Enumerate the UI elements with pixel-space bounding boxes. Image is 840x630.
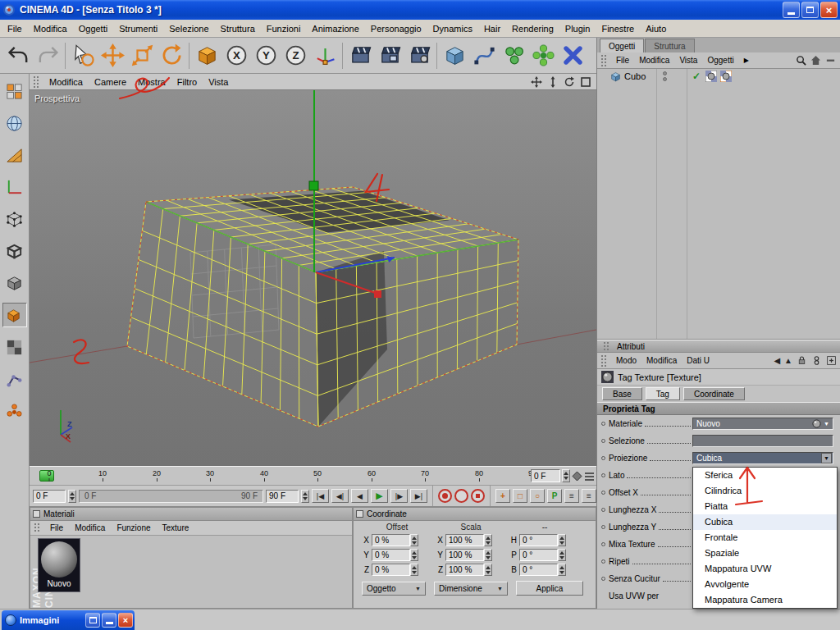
add-spline-icon[interactable] <box>469 40 499 71</box>
material-name[interactable]: Nuovo <box>39 579 80 588</box>
render-view-icon[interactable] <box>345 40 375 71</box>
lock-y-axis-icon[interactable]: Y <box>251 40 281 71</box>
timeline-options-icon[interactable] <box>584 471 595 482</box>
active-tool-cube-icon[interactable] <box>192 40 221 71</box>
attr-menu-dati[interactable]: Dati U <box>682 354 714 367</box>
maximize-view-icon[interactable] <box>580 76 591 88</box>
restore-button[interactable] <box>801 2 819 18</box>
texture-mode-icon[interactable] <box>2 143 27 167</box>
tab-struttura[interactable]: Struttura <box>645 39 694 52</box>
pv-minimize-button[interactable] <box>102 613 116 628</box>
material-thumbnail[interactable]: Nuovo <box>38 538 80 592</box>
picture-viewer-titlebar[interactable]: Immagini × <box>2 610 135 630</box>
animation-mode-icon[interactable] <box>2 335 27 359</box>
menu-modifica[interactable]: Modifica <box>28 21 73 36</box>
menu-strumenti[interactable]: Strumenti <box>113 21 163 36</box>
scale-y-field[interactable]: 100 % <box>445 549 496 561</box>
pan-view-icon[interactable] <box>531 76 542 88</box>
live-selection-icon[interactable] <box>68 40 98 71</box>
viewport-menu-modifica[interactable]: Modifica <box>43 75 89 89</box>
menu-oggetti[interactable]: Oggetti <box>73 21 113 36</box>
points-mode-icon[interactable] <box>2 207 27 231</box>
close-button[interactable]: × <box>820 2 838 18</box>
section-header[interactable]: Proprietà Tag <box>597 402 840 415</box>
record-filter-toggle[interactable]: ≡ <box>582 489 596 503</box>
render-settings-icon[interactable] <box>404 40 434 71</box>
link-icon[interactable] <box>811 355 822 366</box>
keyframe-dot[interactable] <box>601 422 605 426</box>
add-nurbs-icon[interactable] <box>499 40 528 71</box>
minimize-button[interactable] <box>783 2 800 18</box>
object-row-cubo[interactable]: Cubo ✓ <box>597 69 840 84</box>
combo-arrow-icon[interactable]: ▼ <box>821 453 832 463</box>
filter-icon[interactable] <box>825 55 836 66</box>
rotate-view-icon[interactable] <box>564 76 575 88</box>
panel-grip[interactable] <box>600 354 608 367</box>
objects-menu-file[interactable]: File <box>611 54 634 66</box>
record-parameter-toggle[interactable]: P <box>547 489 562 503</box>
pv-restore-button[interactable] <box>85 613 100 628</box>
lock-z-axis-icon[interactable]: Z <box>281 40 310 71</box>
edges-mode-icon[interactable] <box>2 239 27 263</box>
range-start-spinner[interactable] <box>68 490 76 503</box>
menu-struttura[interactable]: Struttura <box>215 21 261 36</box>
projection-dropdown-list[interactable]: Sferica Cilindrica Piatta Cubica Frontal… <box>692 467 838 609</box>
menu-plugin[interactable]: Plugin <box>559 21 596 36</box>
dropdown-option-sferica[interactable]: Sferica <box>693 468 837 483</box>
autokey-icon[interactable] <box>454 489 468 503</box>
redo-icon[interactable] <box>33 40 62 71</box>
panel-grip[interactable] <box>33 75 40 88</box>
menu-aiuto[interactable]: Aiuto <box>640 21 672 36</box>
object-name[interactable]: Cubo <box>624 71 646 81</box>
texture-tag-icon[interactable] <box>705 71 717 82</box>
coordinate-system-icon[interactable] <box>310 40 340 71</box>
tab-base[interactable]: Base <box>602 387 642 400</box>
texture-axis-mode-icon[interactable] <box>2 303 27 327</box>
attr-menu-modifica[interactable]: Modifica <box>641 354 682 367</box>
add-cube-icon[interactable] <box>440 40 469 71</box>
lock-icon[interactable] <box>797 355 807 366</box>
polygons-mode-icon[interactable] <box>2 271 27 295</box>
menu-dynamics[interactable]: Dynamics <box>427 21 478 36</box>
viewport-menu-mostra[interactable]: Mostra <box>132 75 171 89</box>
coordinates-panel-header[interactable]: Coordinate <box>354 508 596 521</box>
preview-range-slider[interactable]: 0 F 90 F <box>79 490 263 503</box>
record-position-toggle[interactable]: + <box>495 489 510 503</box>
dropdown-option-mappatura-camera[interactable]: Mappatura Camera <box>693 592 837 608</box>
panel-widget-icon[interactable] <box>33 510 40 518</box>
materials-menu-file[interactable]: File <box>44 522 69 534</box>
scale-x-field[interactable]: 100 % <box>445 534 496 546</box>
ik-mode-icon[interactable] <box>2 367 27 391</box>
panel-widget-icon[interactable] <box>356 510 363 518</box>
objects-menu-modifica[interactable]: Modifica <box>634 54 674 66</box>
menu-funzioni[interactable]: Funzioni <box>261 21 307 36</box>
offset-x-field[interactable]: 0 % <box>372 534 422 546</box>
menu-selezione[interactable]: Selezione <box>163 21 214 36</box>
link-popup-arrow[interactable]: ▼ <box>824 421 829 427</box>
pv-close-button[interactable]: × <box>118 613 133 628</box>
record-scale-toggle[interactable]: □ <box>513 489 527 503</box>
viewport-menu-vista[interactable]: Vista <box>203 75 234 89</box>
viewport-menu-filtro[interactable]: Filtro <box>171 75 203 89</box>
coord-target-dropdown[interactable]: Oggetto▼ <box>362 582 426 596</box>
panel-grip[interactable] <box>603 341 610 350</box>
record-keyframe-icon[interactable] <box>438 489 452 503</box>
record-pla-toggle[interactable]: ≡ <box>564 489 579 503</box>
home-icon[interactable] <box>810 55 821 66</box>
keyframe-dot[interactable] <box>601 577 605 581</box>
offset-y-field[interactable]: 0 % <box>372 549 422 561</box>
next-frame-button[interactable]: |▶ <box>390 489 408 503</box>
texture-tag-icon-selected[interactable] <box>720 71 732 82</box>
attributes-panel-header[interactable]: Attributi <box>597 340 840 353</box>
keyframe-dot[interactable] <box>601 542 605 546</box>
menu-overflow-icon[interactable]: ▶ <box>739 55 754 66</box>
lock-x-axis-icon[interactable]: X <box>221 40 251 71</box>
keyframe-dot[interactable] <box>601 439 605 443</box>
materials-panel-header[interactable]: Materiali <box>30 508 352 521</box>
object-list[interactable]: Cubo ✓ <box>597 69 840 340</box>
menu-personaggio[interactable]: Personaggio <box>365 21 427 36</box>
dropdown-option-cubica[interactable]: Cubica <box>693 514 837 530</box>
tab-coordinate[interactable]: Coordinate <box>683 387 745 400</box>
selezione-field[interactable] <box>692 435 833 447</box>
add-deformer-icon[interactable] <box>558 40 587 71</box>
